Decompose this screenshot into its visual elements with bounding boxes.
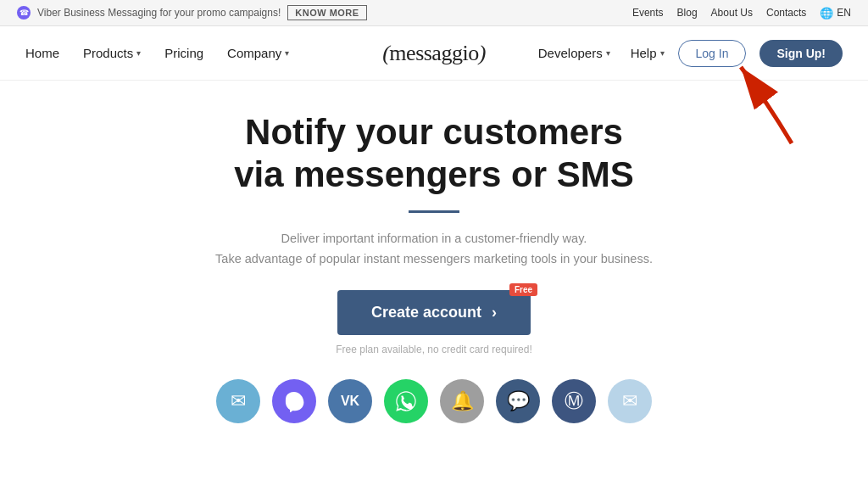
channel-vk[interactable]: VK <box>328 379 372 423</box>
channel-sms[interactable]: 💬 <box>496 379 540 423</box>
hero-divider <box>409 210 459 213</box>
cta-note: Free plan available, no credit card requ… <box>336 344 531 355</box>
language-label: EN <box>837 7 851 19</box>
nav-pricing[interactable]: Pricing <box>164 46 203 60</box>
channel-push[interactable]: 🔔 <box>440 379 484 423</box>
navbar-wrapper: Home Products ▾ Pricing Company ▾ (messa… <box>0 26 868 81</box>
channel-email[interactable]: ✉ <box>216 379 260 423</box>
viber-promo-icon: ☎ <box>17 6 31 20</box>
signup-button[interactable]: Sign Up! <box>760 40 843 67</box>
company-chevron-icon: ▾ <box>285 48 289 58</box>
contacts-link[interactable]: Contacts <box>766 7 806 19</box>
logo-container[interactable]: (messaggio) <box>382 41 486 66</box>
hero-title: Notify your customers via messengers or … <box>234 111 634 197</box>
create-account-button[interactable]: Create account › <box>337 290 531 335</box>
nav-home[interactable]: Home <box>25 46 59 60</box>
announcement-right: Events Blog About Us Contacts 🌐 EN <box>632 7 851 20</box>
login-button[interactable]: Log In <box>678 40 747 67</box>
nav-right-items: Developers ▾ Help ▾ <box>538 46 665 60</box>
about-us-link[interactable]: About Us <box>711 7 753 19</box>
channel-viber[interactable] <box>272 379 316 423</box>
hero-subtitle: Deliver important information in a custo… <box>215 228 653 270</box>
nav-products[interactable]: Products ▾ <box>83 46 141 60</box>
nav-developers[interactable]: Developers ▾ <box>538 46 610 60</box>
products-chevron-icon: ▾ <box>136 48 141 58</box>
nav-company[interactable]: Company ▾ <box>227 46 289 60</box>
free-badge: Free <box>509 283 537 296</box>
developers-chevron-icon: ▾ <box>606 48 610 58</box>
announcement-text: Viber Business Messaging for your promo … <box>37 7 281 19</box>
logo: (messaggio) <box>382 41 486 66</box>
language-selector[interactable]: 🌐 EN <box>820 7 851 20</box>
channels-row: ✉ VK 🔔 💬 Ⓜ ✉ <box>216 376 652 423</box>
blog-link[interactable]: Blog <box>677 7 698 19</box>
channel-messenger[interactable]: Ⓜ <box>552 379 596 423</box>
nav-left: Home Products ▾ Pricing Company ▾ <box>25 46 289 60</box>
channel-email2[interactable]: ✉ <box>608 379 652 423</box>
events-link[interactable]: Events <box>632 7 664 19</box>
channel-whatsapp[interactable] <box>384 379 428 423</box>
announcement-left: ☎ Viber Business Messaging for your prom… <box>17 5 367 20</box>
help-chevron-icon: ▾ <box>660 48 665 58</box>
nav-help[interactable]: Help ▾ <box>631 46 665 60</box>
hero-section: Notify your customers via messengers or … <box>0 81 868 423</box>
cta-arrow-icon: › <box>492 304 497 321</box>
cta-container: Free Create account › <box>337 290 531 335</box>
know-more-button[interactable]: KNOW MORE <box>287 5 366 20</box>
cta-label: Create account <box>371 304 481 321</box>
nav-right: Developers ▾ Help ▾ Log In Sign Up! <box>538 40 843 67</box>
globe-icon: 🌐 <box>820 7 833 20</box>
navbar: Home Products ▾ Pricing Company ▾ (messa… <box>0 26 868 81</box>
announcement-bar: ☎ Viber Business Messaging for your prom… <box>0 0 868 26</box>
